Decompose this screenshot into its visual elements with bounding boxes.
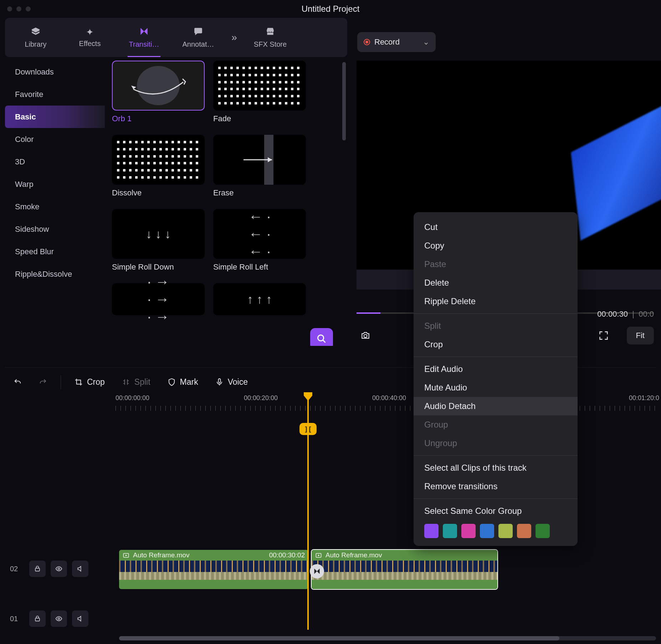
mark-label: Mark — [180, 377, 198, 387]
sidebar-item-warp[interactable]: Warp — [5, 173, 105, 195]
transition-label: Orb 1 — [112, 114, 205, 123]
ctx-cut[interactable]: Cut — [414, 218, 578, 236]
color-swatch-purple[interactable] — [424, 524, 439, 538]
timeline-scrollbar[interactable] — [119, 636, 656, 640]
transition-dissolve[interactable]: Dissolve — [112, 135, 205, 198]
tab-transitions[interactable]: Transiti… — [117, 18, 171, 57]
transition-erase[interactable]: Erase — [213, 135, 306, 198]
search-icon — [317, 334, 327, 344]
ctx-audio-detach[interactable]: Audio Detach — [414, 397, 578, 415]
fit-button[interactable]: Fit — [627, 327, 654, 344]
ruler-label: 00:00:40:00 — [372, 394, 406, 402]
snapshot-button[interactable] — [357, 327, 374, 344]
color-swatch-teal[interactable] — [443, 524, 457, 538]
ruler-label: 00:00:20:00 — [244, 394, 278, 402]
sidebar-item-color[interactable]: Color — [5, 128, 105, 150]
ctx-delete[interactable]: Delete — [414, 274, 578, 292]
mark-button[interactable]: Mark — [159, 377, 207, 387]
close-window-icon[interactable] — [7, 6, 12, 11]
voice-button[interactable]: Voice — [207, 377, 256, 387]
transition-thumbnail — [112, 61, 205, 111]
window-controls — [7, 6, 31, 11]
transition-extra-2[interactable]: ↑ ↑ ↑ — [213, 283, 306, 315]
transition-thumbnail — [112, 135, 205, 185]
minimize-window-icon[interactable] — [16, 6, 21, 11]
color-swatch-olive[interactable] — [498, 524, 513, 538]
ctx-edit-audio[interactable]: Edit Audio — [414, 360, 578, 378]
ctx-ungroup: Ungroup — [414, 434, 578, 453]
sidebar-item-ripple-dissolve[interactable]: Ripple&Dissolve — [5, 263, 105, 285]
crop-label: Crop — [87, 377, 105, 387]
video-icon — [123, 552, 129, 559]
track-mute-button[interactable] — [72, 610, 88, 627]
track-lock-button[interactable] — [29, 561, 46, 577]
tab-sfx-store[interactable]: SFX Store — [243, 18, 297, 57]
transition-fade[interactable]: Fade — [213, 61, 306, 123]
transition-label: Simple Roll Down — [112, 262, 205, 272]
ctx-group: Group — [414, 415, 578, 434]
transition-simple-roll-down[interactable]: ↓ ↓ ↓ Simple Roll Down — [112, 209, 205, 272]
current-time: 00:00:30 — [597, 310, 628, 318]
transition-label: Fade — [213, 114, 306, 123]
svg-point-4 — [364, 334, 367, 338]
color-swatch-orange[interactable] — [517, 524, 531, 538]
record-button[interactable]: Record ⌄ — [357, 32, 436, 52]
sidebar-item-3d[interactable]: 3D — [5, 150, 105, 173]
sidebar-item-basic[interactable]: Basic — [5, 106, 105, 128]
split-button[interactable]: Split — [113, 377, 159, 387]
ctx-ripple-delete[interactable]: Ripple Delete — [414, 292, 578, 311]
transitions-icon — [139, 27, 149, 37]
ctx-select-all-clips[interactable]: Select all Clips of this track — [414, 459, 578, 477]
ruler-label: 00:00:00:00 — [116, 394, 149, 402]
svg-rect-5 — [218, 379, 220, 383]
sidebar-item-sideshow[interactable]: Sideshow — [5, 218, 105, 240]
sidebar-item-smoke[interactable]: Smoke — [5, 195, 105, 218]
speaker-icon — [77, 565, 84, 572]
tab-library[interactable]: Library — [9, 18, 63, 57]
transition-thumbnail — [213, 61, 306, 111]
track-visibility-button[interactable] — [51, 610, 67, 627]
transition-orb-1[interactable]: Orb 1 — [112, 61, 205, 123]
tab-annotations[interactable]: Annotat… — [171, 18, 225, 57]
redo-button[interactable] — [30, 378, 56, 386]
track-mute-button[interactable] — [72, 561, 88, 577]
clip-name: Auto Reframe.mov — [326, 551, 382, 559]
split-label: Split — [134, 377, 150, 387]
search-button[interactable] — [310, 328, 333, 346]
transition-simple-roll-left[interactable]: ← ·← ·← · Simple Roll Left — [213, 209, 306, 272]
track-visibility-button[interactable] — [51, 561, 67, 577]
color-swatch-blue[interactable] — [480, 524, 494, 538]
color-swatch-magenta[interactable] — [461, 524, 476, 538]
split-icon — [122, 378, 130, 386]
color-swatch-green[interactable] — [536, 524, 550, 538]
playhead[interactable]: ] [ — [307, 394, 309, 630]
undo-button[interactable] — [5, 378, 30, 386]
microphone-icon — [215, 378, 224, 386]
clip-auto-reframe-2[interactable]: Auto Reframe.mov — [311, 549, 498, 590]
sidebar-item-downloads[interactable]: Downloads — [5, 61, 105, 83]
transition-extra-1[interactable]: · →· →· → — [112, 283, 205, 315]
shield-icon — [168, 378, 176, 386]
svg-line-3 — [323, 340, 326, 343]
ctx-select-same-color: Select Same Color Group — [414, 502, 578, 520]
ctx-copy[interactable]: Copy — [414, 236, 578, 255]
sidebar-item-speed-blur[interactable]: Speed Blur — [5, 240, 105, 263]
tab-label: SFX Store — [254, 40, 287, 48]
crop-button[interactable]: Crop — [66, 377, 113, 387]
fullscreen-button[interactable] — [595, 327, 613, 344]
track-lock-button[interactable] — [29, 610, 46, 627]
transition-badge[interactable] — [310, 564, 324, 578]
clip-auto-reframe-1[interactable]: Auto Reframe.mov 00:00:30:02 — [118, 549, 309, 590]
more-tabs[interactable]: » — [225, 18, 243, 57]
ctx-remove-transitions[interactable]: Remove transitions — [414, 477, 578, 496]
scrollbar[interactable] — [342, 62, 346, 140]
transitions-category-sidebar: Downloads Favorite Basic Color 3D Warp S… — [5, 61, 105, 346]
zoom-window-icon[interactable] — [26, 6, 31, 11]
tab-effects[interactable]: ✦ Effects — [63, 18, 117, 57]
sidebar-item-favorite[interactable]: Favorite — [5, 83, 105, 106]
speaker-icon — [77, 615, 84, 622]
ctx-crop[interactable]: Crop — [414, 335, 578, 354]
ctx-mute-audio[interactable]: Mute Audio — [414, 378, 578, 397]
ctx-divider — [414, 499, 578, 499]
playhead-knob[interactable]: ] [ — [299, 423, 317, 435]
